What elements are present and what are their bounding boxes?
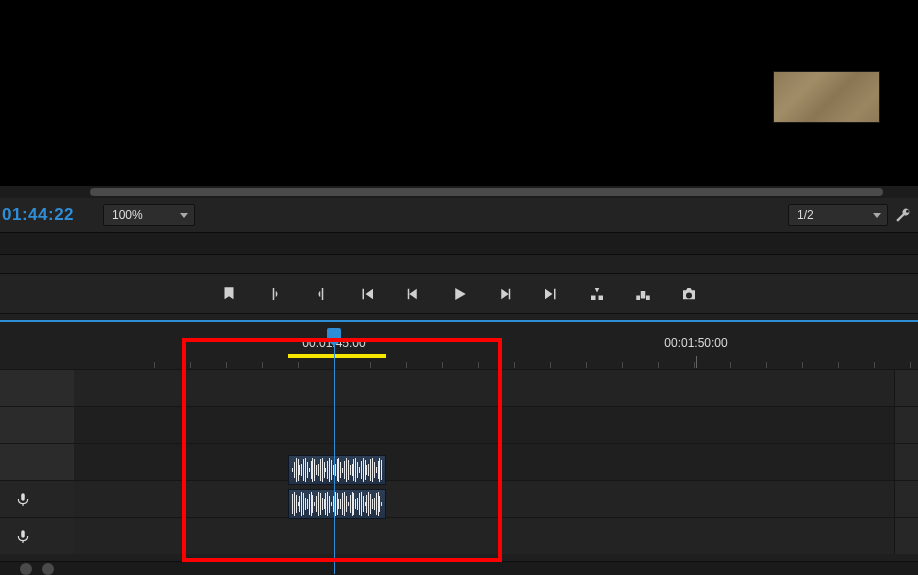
settings-wrench-icon[interactable]: [892, 204, 914, 226]
goto-in-button[interactable]: [356, 283, 378, 305]
audio-clip[interactable]: [288, 455, 386, 485]
timeline-top-border: [0, 314, 918, 322]
track-header-a2[interactable]: [0, 443, 74, 480]
extract-button[interactable]: [632, 283, 654, 305]
current-timecode[interactable]: 01:44:22: [0, 205, 95, 225]
preview-scrollbar[interactable]: [0, 186, 918, 198]
track-lane-vo2[interactable]: [74, 517, 918, 554]
track-lane-a1[interactable]: [74, 406, 918, 443]
playhead-handle[interactable]: [327, 328, 341, 340]
program-monitor: [0, 0, 918, 180]
track-lane-right-edge: [894, 481, 918, 517]
step-back-button[interactable]: [402, 283, 424, 305]
audio-clip[interactable]: [288, 489, 386, 519]
preview-scroll-thumb[interactable]: [90, 188, 883, 196]
track-lane-v1[interactable]: [74, 369, 918, 406]
track-lane-right-edge: [894, 444, 918, 480]
play-button[interactable]: [448, 283, 470, 305]
track-header-a1[interactable]: [0, 406, 74, 443]
playhead[interactable]: [334, 334, 335, 574]
add-marker-button[interactable]: [218, 283, 240, 305]
lift-button[interactable]: [586, 283, 608, 305]
zoom-scroll-handle-right[interactable]: [42, 563, 54, 575]
playback-resolution-select[interactable]: 1/2: [788, 204, 888, 226]
microphone-icon: [16, 492, 30, 506]
transport-controls: [0, 274, 918, 314]
track-header-voiceover-2[interactable]: [0, 517, 74, 554]
chevron-down-icon: [180, 213, 188, 218]
clip-thumbnail: [773, 71, 880, 123]
track-lane-right-edge: [894, 518, 918, 554]
track-header-voiceover-1[interactable]: [0, 480, 74, 517]
goto-out-button[interactable]: [540, 283, 562, 305]
zoom-level-value: 100%: [112, 208, 143, 222]
chevron-down-icon: [873, 213, 881, 218]
timeline-panel: 00:01:45:0000:01:50:00: [0, 314, 918, 575]
track-lane-right-edge: [894, 407, 918, 443]
step-forward-button[interactable]: [494, 283, 516, 305]
zoom-scroll-handle-left[interactable]: [20, 563, 32, 575]
mark-out-button[interactable]: [310, 283, 332, 305]
microphone-icon: [16, 529, 30, 543]
track-lane-vo1[interactable]: [74, 480, 918, 517]
track-lanes[interactable]: [74, 369, 918, 554]
monitor-info-bar: 01:44:22 100% 1/2: [0, 198, 918, 232]
zoom-level-select[interactable]: 100%: [103, 204, 195, 226]
timeline-ruler[interactable]: 00:01:45:0000:01:50:00: [74, 332, 918, 372]
timeline-zoom-scroll[interactable]: [0, 561, 918, 575]
playback-resolution-value: 1/2: [797, 208, 814, 222]
export-frame-button[interactable]: [678, 283, 700, 305]
track-header-v1[interactable]: [0, 369, 74, 406]
monitor-ruler[interactable]: [0, 232, 918, 254]
ruler-label: 00:01:50:00: [664, 336, 727, 350]
track-headers: [0, 369, 74, 554]
in-out-range[interactable]: [288, 354, 386, 358]
track-lane-a2[interactable]: [74, 443, 918, 480]
panel-separator: [0, 254, 918, 274]
mark-in-button[interactable]: [264, 283, 286, 305]
track-lane-right-edge: [894, 370, 918, 406]
